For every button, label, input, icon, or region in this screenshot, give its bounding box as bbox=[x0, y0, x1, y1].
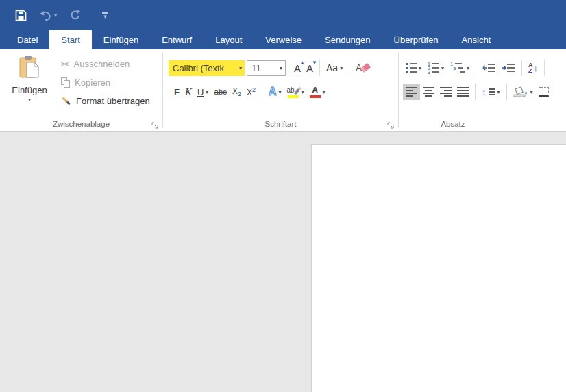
paste-button[interactable]: Einfügen ▾ bbox=[0, 49, 59, 131]
group-label-schriftart: Schriftart bbox=[163, 120, 398, 128]
chevron-down-icon: ▾ bbox=[277, 65, 285, 71]
numbered-list-button[interactable]: 1 2 3 ▾ bbox=[424, 60, 447, 76]
change-case-icon: Aa bbox=[326, 62, 338, 73]
separator bbox=[319, 60, 320, 76]
document-page[interactable] bbox=[311, 144, 566, 392]
change-case-button[interactable]: Aa ▾ bbox=[323, 60, 345, 76]
align-center-button[interactable] bbox=[420, 84, 437, 100]
shrink-font-button[interactable]: A▼ bbox=[304, 60, 316, 76]
chevron-down-icon: ▾ bbox=[530, 89, 533, 95]
ribbon: Einfügen ▾ ✂ Ausschneiden Kopieren bbox=[0, 49, 566, 132]
superscript-icon: X2 bbox=[247, 86, 256, 97]
subscript-button[interactable]: X2 bbox=[230, 84, 244, 100]
format-painter-button[interactable]: Format übertragen bbox=[59, 92, 152, 110]
group-zwischenablage: Einfügen ▾ ✂ Ausschneiden Kopieren bbox=[0, 49, 162, 131]
undo-button[interactable] bbox=[38, 5, 52, 25]
font-color-button[interactable]: A ▾ bbox=[307, 84, 328, 100]
align-right-icon bbox=[440, 87, 452, 97]
copy-button[interactable]: Kopieren bbox=[59, 73, 152, 92]
increase-indent-button[interactable] bbox=[499, 60, 518, 76]
format-painter-label: Format übertragen bbox=[76, 96, 150, 106]
tab-sendungen[interactable]: Sendungen bbox=[313, 30, 382, 49]
chevron-down-icon: ▾ bbox=[441, 65, 444, 71]
undo-icon bbox=[39, 10, 52, 21]
decrease-indent-button[interactable] bbox=[480, 60, 499, 76]
chevron-down-icon: ▾ bbox=[467, 65, 469, 71]
redo-icon bbox=[69, 10, 80, 21]
align-left-button[interactable] bbox=[403, 84, 420, 100]
font-color-icon: A bbox=[310, 86, 321, 98]
grow-font-icon: A▲ bbox=[294, 62, 301, 74]
highlighter-icon: ab bbox=[287, 86, 299, 98]
tab-einfuegen[interactable]: Einfügen bbox=[92, 30, 150, 49]
font-size-combobox[interactable]: 11 ▾ bbox=[247, 60, 286, 76]
shading-button[interactable]: ▾ bbox=[510, 84, 536, 100]
increase-indent-icon bbox=[502, 63, 515, 73]
borders-button[interactable] bbox=[536, 84, 552, 100]
dialog-launcher-icon bbox=[387, 122, 395, 130]
strikethrough-button[interactable]: abc bbox=[211, 84, 230, 100]
bold-button[interactable]: F bbox=[171, 84, 182, 100]
font-name-value: Calibri (Textk bbox=[173, 63, 224, 73]
redo-button[interactable] bbox=[68, 5, 82, 25]
dialog-launcher-schriftart[interactable] bbox=[387, 120, 395, 127]
cut-label: Ausschneiden bbox=[74, 59, 130, 69]
separator bbox=[262, 84, 262, 100]
tab-layout[interactable]: Layout bbox=[204, 30, 254, 49]
superscript-button[interactable]: X2 bbox=[244, 84, 258, 100]
tab-ueberpruefen[interactable]: Überprüfen bbox=[382, 30, 450, 49]
justify-button[interactable] bbox=[454, 84, 471, 100]
numbered-list-icon: 1 2 3 bbox=[427, 63, 439, 73]
line-spacing-button[interactable]: ↕ ▾ bbox=[479, 84, 503, 100]
document-canvas bbox=[0, 132, 566, 392]
subscript-icon: X2 bbox=[232, 86, 241, 97]
tab-start[interactable]: Start bbox=[49, 30, 91, 49]
save-button[interactable] bbox=[14, 5, 27, 25]
ribbon-tabstrip: Datei Start Einfügen Entwurf Layout Verw… bbox=[0, 30, 566, 49]
tab-ansicht[interactable]: Ansicht bbox=[450, 30, 503, 49]
underline-button[interactable]: U ▾ bbox=[195, 84, 211, 100]
chevron-down-icon: ▾ bbox=[279, 89, 282, 95]
format-painter-brush-icon bbox=[61, 96, 72, 107]
italic-button[interactable]: K bbox=[182, 84, 195, 100]
chevron-down-icon: ▾ bbox=[206, 89, 208, 95]
dialog-launcher-icon bbox=[151, 122, 159, 130]
bullet-list-button[interactable]: ▾ bbox=[403, 60, 424, 76]
grow-font-button[interactable]: A▲ bbox=[291, 60, 304, 76]
paint-bucket-icon bbox=[513, 86, 528, 97]
borders-icon bbox=[539, 87, 549, 97]
justify-icon bbox=[457, 87, 469, 97]
dialog-launcher-zwischenablage[interactable] bbox=[151, 120, 159, 127]
font-size-value: 11 bbox=[251, 63, 261, 73]
titlebar: ▾ ▾ bbox=[0, 0, 566, 30]
text-highlight-color-button[interactable]: ab ▾ bbox=[284, 84, 307, 100]
separator bbox=[349, 60, 349, 76]
copy-label: Kopieren bbox=[75, 77, 110, 88]
sort-button[interactable]: AZ ↓ bbox=[526, 60, 541, 76]
separator bbox=[521, 60, 522, 76]
tab-datei[interactable]: Datei bbox=[5, 30, 49, 49]
tab-verweise[interactable]: Verweise bbox=[254, 30, 313, 49]
scissors-icon: ✂ bbox=[61, 59, 70, 69]
multilevel-list-button[interactable]: 1 a i ▾ bbox=[447, 60, 472, 76]
clear-formatting-button[interactable]: A bbox=[353, 60, 373, 76]
font-name-combobox[interactable]: Calibri (Textk ▾ bbox=[169, 60, 245, 76]
separator bbox=[475, 84, 476, 100]
customize-quick-access-button[interactable]: ▾ bbox=[102, 12, 108, 19]
text-effects-button[interactable]: A ▾ bbox=[266, 84, 284, 100]
cut-button[interactable]: ✂ Ausschneiden bbox=[59, 55, 152, 73]
copy-icon bbox=[61, 77, 71, 88]
undo-dropdown[interactable]: ▾ bbox=[54, 12, 57, 19]
group-label-absatz: Absatz bbox=[399, 120, 507, 128]
line-spacing-icon: ↕ bbox=[482, 87, 495, 97]
group-absatz: ▾ 1 2 3 ▾ 1 a i ▾ bbox=[399, 49, 566, 131]
align-right-button[interactable] bbox=[437, 84, 454, 100]
decrease-indent-icon bbox=[482, 63, 496, 73]
bullet-list-icon bbox=[406, 63, 417, 73]
tab-entwurf[interactable]: Entwurf bbox=[150, 30, 204, 49]
chevron-down-icon: ▾ bbox=[497, 89, 500, 95]
multilevel-list-icon: 1 a i bbox=[450, 63, 465, 73]
paste-dropdown-icon: ▾ bbox=[28, 97, 31, 103]
text-effects-icon: A bbox=[269, 86, 277, 98]
chevron-down-icon: ▾ bbox=[419, 65, 421, 71]
